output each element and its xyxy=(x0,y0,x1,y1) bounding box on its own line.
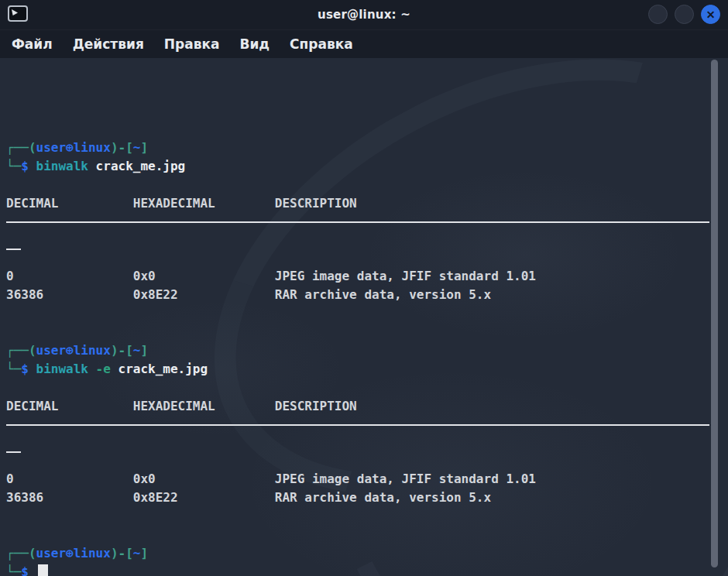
terminal-line: ┌──(user⊕linux)-[~] xyxy=(6,341,722,360)
menu-item-edit[interactable]: Правка xyxy=(154,34,230,54)
terminal-text-segment xyxy=(88,159,96,173)
terminal-text-segment: $ xyxy=(21,564,36,576)
terminal-line xyxy=(6,451,722,470)
terminal-text-segment: 0 0x0 JPEG image data, JFIF standard 1.0… xyxy=(6,471,536,486)
terminal-text-segment: $ xyxy=(21,362,36,376)
terminal-line: DECIMAL HEXADECIMAL DESCRIPTION xyxy=(6,194,722,213)
terminal-text-segment: DECIMAL HEXADECIMAL DESCRIPTION xyxy=(6,399,357,413)
terminal-line: ┌──(user⊕linux)-[~] xyxy=(6,544,722,563)
separator-line xyxy=(6,249,21,250)
terminal-text-segment: ~ xyxy=(133,140,141,155)
terminal-line: 0 0x0 JPEG image data, JFIF standard 1.0… xyxy=(6,267,722,286)
terminal-text-segment: 0 0x0 JPEG image data, JFIF standard 1.0… xyxy=(6,269,536,283)
terminal-text-segment: ⊕ xyxy=(66,546,74,561)
separator-line xyxy=(6,424,709,426)
terminal-text-segment: 36386 0x8E22 RAR archive data, version 5… xyxy=(6,287,491,302)
maximize-button[interactable] xyxy=(675,5,694,24)
terminal-text-segment: binwalk xyxy=(36,362,88,376)
terminal-text-segment: user xyxy=(36,140,67,155)
terminal-text-segment: ⊕ xyxy=(66,140,74,155)
terminal-line xyxy=(6,507,722,526)
terminal-text-segment: ~ xyxy=(133,546,141,561)
window-title: user@linux: ~ xyxy=(0,8,728,22)
terminal-text-segment: )-[ xyxy=(111,546,133,561)
menu-item-file[interactable]: Файл xyxy=(2,34,63,54)
terminal-line: 36386 0x8E22 RAR archive data, version 5… xyxy=(6,489,722,507)
close-icon: ✕ xyxy=(706,9,716,20)
terminal-line xyxy=(6,424,722,443)
terminal-text-segment: ~ xyxy=(133,343,141,358)
terminal-text-segment: )-[ xyxy=(111,140,133,155)
separator-line xyxy=(6,221,709,223)
scrollbar-thumb[interactable] xyxy=(711,60,718,567)
terminal-text-segment: user xyxy=(36,343,67,358)
terminal-line: └─$ binwalk crack_me.jpg xyxy=(6,157,722,176)
terminal-line xyxy=(6,221,722,240)
scrollbar-track[interactable] xyxy=(709,59,719,570)
minimize-button[interactable] xyxy=(648,5,668,24)
terminal-text-segment: linux xyxy=(74,343,111,358)
terminal-line: └─$ xyxy=(6,563,722,576)
terminal-text-segment: ┌──( xyxy=(6,140,36,155)
terminal-text-segment: user xyxy=(36,546,67,561)
terminal-text-segment: -e xyxy=(96,362,111,376)
terminal-text-segment: linux xyxy=(74,546,111,561)
terminal-text-segment: 36386 0x8E22 RAR archive data, version 5… xyxy=(6,490,491,505)
window-controls: ✕ xyxy=(648,5,720,24)
terminal-text-segment: )-[ xyxy=(111,343,133,358)
menu-item-help[interactable]: Справка xyxy=(280,34,363,54)
terminal-text-segment: └─ xyxy=(6,362,21,376)
menu-item-actions[interactable]: Действия xyxy=(63,34,154,54)
terminal-text-segment: └─ xyxy=(6,564,21,576)
terminal-text-segment: DECIMAL HEXADECIMAL DESCRIPTION xyxy=(6,196,357,211)
terminal-text-segment: binwalk xyxy=(36,159,88,173)
terminal-text-segment xyxy=(111,362,118,376)
terminal-line xyxy=(6,526,722,544)
terminal-text-segment: ⊕ xyxy=(66,343,74,358)
terminal-text-segment: ┌──( xyxy=(6,343,36,358)
terminal-text-segment: crack_me.jpg xyxy=(118,362,208,376)
close-button[interactable]: ✕ xyxy=(701,5,720,24)
terminal-line: 36386 0x8E22 RAR archive data, version 5… xyxy=(6,286,722,304)
terminal-text-segment xyxy=(88,362,96,376)
terminal-line: └─$ binwalk -e crack_me.jpg xyxy=(6,360,722,379)
terminal-window: user@linux: ~ ✕ Файл Действия Правка Вид… xyxy=(0,0,728,576)
terminal-text-segment: ┌──( xyxy=(6,546,36,561)
terminal-text-segment: ] xyxy=(140,140,148,155)
terminal-output: ┌──(user⊕linux)-[~]└─$ binwalk crack_me.… xyxy=(6,139,722,576)
terminal-line: 0 0x0 JPEG image data, JFIF standard 1.0… xyxy=(6,470,722,489)
terminal-line: ┌──(user⊕linux)-[~] xyxy=(6,139,722,157)
terminal-cursor xyxy=(38,564,48,576)
terminal-line xyxy=(6,176,722,194)
menu-item-view[interactable]: Вид xyxy=(229,34,280,54)
title-bar: user@linux: ~ ✕ xyxy=(0,0,728,29)
terminal-line xyxy=(6,323,722,341)
terminal-text-segment: crack_me.jpg xyxy=(96,159,186,173)
separator-line xyxy=(6,451,21,453)
terminal-line xyxy=(6,379,722,397)
terminal-line xyxy=(6,304,722,323)
terminal-text-segment: $ xyxy=(21,159,36,173)
terminal-text-segment: linux xyxy=(74,140,111,155)
menu-bar: Файл Действия Правка Вид Справка xyxy=(0,29,728,58)
terminal-text-segment: └─ xyxy=(6,159,21,173)
terminal-text-segment: ] xyxy=(140,546,148,561)
terminal-screen[interactable]: ┌──(user⊕linux)-[~]└─$ binwalk crack_me.… xyxy=(0,58,728,576)
terminal-icon xyxy=(8,5,28,22)
terminal-line xyxy=(6,249,722,267)
terminal-text-segment: ] xyxy=(140,343,148,358)
terminal-line: DECIMAL HEXADECIMAL DESCRIPTION xyxy=(6,397,722,416)
